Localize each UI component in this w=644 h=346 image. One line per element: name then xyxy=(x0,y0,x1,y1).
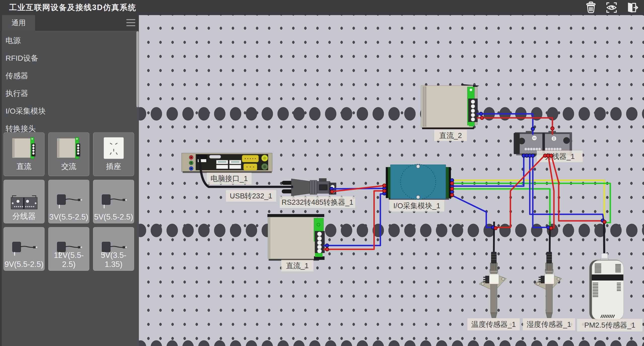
device-label: PM2.5传感器_1 xyxy=(584,321,635,329)
component-label: 插座 xyxy=(93,161,134,172)
sidebar-item-actuator[interactable]: 执行器 xyxy=(0,85,136,102)
component-card-splitter[interactable]: 分线器 xyxy=(4,180,45,223)
device-dc2[interactable] xyxy=(421,84,479,129)
component-label: 交流 xyxy=(49,161,89,172)
component-card-12v[interactable]: 12V(5.5-2.5) xyxy=(48,227,89,271)
tab-general[interactable]: 通用 xyxy=(2,15,35,31)
focus-view-icon[interactable] xyxy=(605,1,618,14)
toolbar xyxy=(585,1,638,14)
label-dc1: 直流_1 xyxy=(281,260,313,271)
component-card-9v[interactable]: 9V(5.5-2.5) xyxy=(4,227,45,271)
wire-red xyxy=(548,155,554,228)
component-card-dc[interactable]: 直流 xyxy=(4,132,45,176)
device-hum-sensor[interactable] xyxy=(535,252,562,318)
menu-icon[interactable] xyxy=(126,19,135,27)
label-hum: 湿度传感器_1 xyxy=(523,318,575,330)
wire-red xyxy=(551,155,603,221)
sidebar-item-sensor[interactable]: 传感器 xyxy=(0,67,136,85)
app-title: 工业互联网设备及接线3D仿真系统 xyxy=(9,2,136,13)
tab-strip: 通用 xyxy=(0,15,139,31)
component-label: 5V(3.5-1.35) xyxy=(93,251,134,269)
label-io: I/O采集模块_1 xyxy=(389,200,444,212)
cable-pm25-sensor xyxy=(604,221,604,256)
component-card-5v-small[interactable]: 5V(3.5-1.35) xyxy=(93,227,134,271)
title-bar: 工业互联网设备及接线3D仿真系统 xyxy=(0,0,644,15)
wire-blue xyxy=(530,155,604,221)
wire-red xyxy=(477,118,552,135)
canvas[interactable]: 直流_2 电脑接口_1 USB转232_1 RS232转485转换器_1 I/O… xyxy=(139,15,644,346)
tab-general-label: 通用 xyxy=(12,18,26,28)
wire-blue xyxy=(477,114,533,135)
device-label: 直流_1 xyxy=(286,262,309,270)
device-temp-sensor[interactable] xyxy=(479,252,506,318)
component-label: 9V(5.5-2.5) xyxy=(4,260,44,269)
label-usb: USB转232_1 xyxy=(226,190,276,202)
category-menu: 电源 RFID设备 传感器 执行器 I/O采集模块 转换接头 xyxy=(0,32,136,137)
component-label: 3V(5.5-2.5) xyxy=(49,213,89,222)
wire-red xyxy=(495,155,545,227)
device-label: USB转232_1 xyxy=(230,192,272,200)
sidebar-scrollbar-thumb[interactable] xyxy=(136,31,139,107)
sensor-labels: 温度传感器_1 湿度传感器_1 PM2.5传感器_1 xyxy=(467,318,642,331)
sidebar-item-io[interactable]: I/O采集模块 xyxy=(0,102,136,120)
label-temp: 温度传感器_1 xyxy=(467,318,520,330)
component-card-5v[interactable]: 5V(5.5-2.5) xyxy=(93,180,134,223)
device-label: I/O采集模块_1 xyxy=(393,202,440,210)
label-rs485: RS232转485转换器_1 xyxy=(280,196,355,208)
component-card-ac[interactable]: 交流 xyxy=(48,132,89,176)
wire-green xyxy=(452,189,550,227)
label-pc: 电脑接口_1 xyxy=(207,173,252,184)
exit-icon[interactable] xyxy=(626,1,638,14)
component-sidebar: 通用 电源 RFID设备 传感器 执行器 I/O采集模块 转换接头 xyxy=(0,15,139,346)
device-label: 温度传感器_1 xyxy=(471,320,516,328)
device-pm25-sensor[interactable] xyxy=(589,253,624,320)
component-label: 5V(5.5-2.5) xyxy=(93,213,134,222)
device-label: RS232转485转换器_1 xyxy=(281,198,353,206)
wire-blue xyxy=(452,155,524,186)
label-pm25: PM2.5传感器_1 xyxy=(577,319,642,331)
device-pc-interface[interactable] xyxy=(182,153,272,173)
trash-icon[interactable] xyxy=(585,1,597,14)
device-io-module[interactable] xyxy=(386,164,451,200)
wire-blue xyxy=(452,195,494,227)
component-grid: 直流 交流 插座 分线器 3V(5.5-2.5) 5V(5.5-2.5) 9V(… xyxy=(4,132,134,271)
sidebar-item-rfid[interactable]: RFID设备 xyxy=(0,49,136,67)
sidebar-item-power[interactable]: 电源 xyxy=(0,32,136,49)
component-card-3v[interactable]: 3V(5.5-2.5) xyxy=(48,180,89,223)
component-label: 12V(5.5-2.5) xyxy=(49,251,89,269)
device-label: 湿度传感器_1 xyxy=(527,320,571,328)
component-label: 直流 xyxy=(4,161,44,172)
device-label: 电脑接口_1 xyxy=(211,175,248,183)
device-dc1[interactable] xyxy=(267,214,325,261)
component-card-socket[interactable]: 插座 xyxy=(93,132,134,176)
label-dc2: 直流_2 xyxy=(434,130,467,141)
component-label: 分线器 xyxy=(4,211,44,222)
device-label: 直流_2 xyxy=(439,131,462,140)
